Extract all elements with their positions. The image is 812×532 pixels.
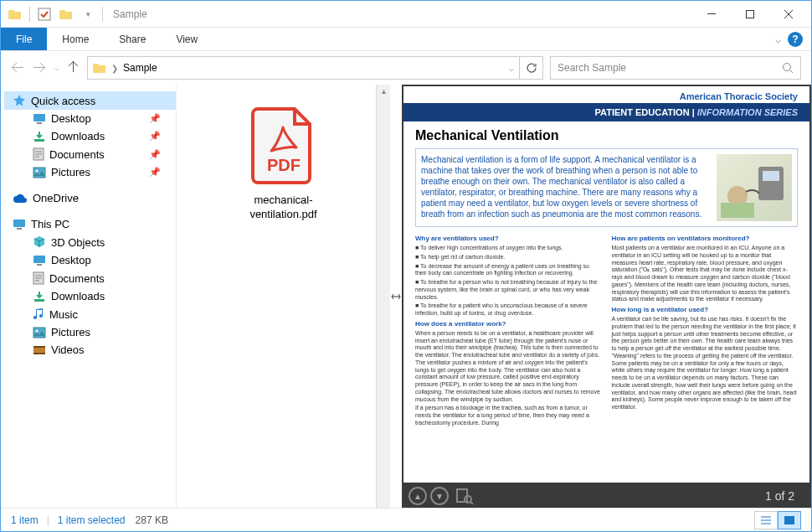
nav-videos[interactable]: Videos (4, 341, 176, 359)
preview-toolbar: ▲ ▼ 1 of 2 (402, 484, 811, 508)
file-list[interactable]: ▴ PDF mechanical-ventilation.pdf (177, 85, 390, 508)
navigation-pane[interactable]: Quick access Desktop 📌 Downloads 📌 Docum… (1, 85, 177, 508)
search-input[interactable]: Search Sample (550, 56, 801, 80)
nav-quick-access[interactable]: Quick access (4, 91, 176, 110)
svg-point-9 (36, 169, 39, 172)
nav-downloads[interactable]: Downloads 📌 (4, 127, 176, 145)
preview-resize-handle[interactable] (390, 85, 402, 508)
nav-label: Pictures (51, 326, 90, 338)
nav-label: Downloads (51, 130, 105, 142)
doc-intro: Mechanical ventilation is a form of life… (415, 148, 798, 227)
svg-rect-11 (17, 228, 22, 230)
nav-label: This PC (31, 218, 69, 230)
preview-page-indicator: 1 of 2 (765, 489, 804, 503)
cloud-icon (13, 194, 28, 204)
pin-icon: 📌 (149, 149, 172, 160)
svg-rect-23 (763, 171, 779, 181)
back-button[interactable]: 🡠 (11, 60, 24, 75)
nav-documents[interactable]: Documents 📌 (4, 145, 176, 163)
forward-button[interactable]: 🡢 (33, 60, 46, 75)
nav-label: Desktop (51, 112, 91, 125)
breadcrumb-segment[interactable]: Sample (123, 62, 157, 74)
help-button[interactable]: ? (788, 32, 803, 47)
nav-3d-objects[interactable]: 3D Objects (4, 233, 176, 251)
svg-rect-2 (747, 10, 754, 18)
close-button[interactable] (769, 2, 808, 27)
nav-documents-pc[interactable]: Documents (4, 269, 176, 287)
nav-label: Music (49, 308, 78, 321)
doc-series-band: PATIENT EDUCATION | INFORMATION SERIES (403, 103, 809, 121)
svg-rect-1 (707, 13, 716, 14)
svg-rect-8 (33, 168, 45, 178)
view-thumbnails-button[interactable] (778, 511, 801, 529)
documents-icon (33, 147, 44, 161)
main-area: Quick access Desktop 📌 Downloads 📌 Docum… (1, 85, 811, 508)
nav-desktop[interactable]: Desktop 📌 (4, 110, 176, 127)
window-titlebar: ▾ Sample (1, 1, 811, 28)
status-selected-count: 1 item selected (58, 514, 126, 526)
nav-label: Quick access (31, 95, 95, 107)
tab-view[interactable]: View (161, 28, 213, 50)
nav-desktop-pc[interactable]: Desktop (4, 251, 176, 269)
svg-rect-16 (33, 328, 45, 338)
nav-onedrive[interactable]: OneDrive (4, 189, 176, 207)
preview-zoom-button[interactable] (455, 488, 474, 504)
recent-dropdown[interactable]: ⌵ (54, 64, 59, 72)
folder-icon[interactable] (59, 7, 74, 22)
window-title: Sample (113, 8, 147, 20)
tab-share[interactable]: Share (104, 28, 161, 50)
pdf-file-icon: PDF (246, 103, 321, 187)
svg-point-17 (36, 329, 39, 332)
status-bar: 1 item | 1 item selected 287 KB (1, 508, 811, 531)
nav-label: Documents (49, 272, 105, 285)
chevron-right-icon[interactable]: ❯ (111, 64, 118, 73)
address-bar[interactable]: ❯ Sample ⌵ (87, 56, 520, 80)
tab-file[interactable]: File (1, 28, 47, 50)
nav-this-pc[interactable]: This PC (4, 215, 176, 233)
nav-music[interactable]: Music (4, 305, 176, 323)
nav-pictures-pc[interactable]: Pictures (4, 323, 176, 341)
status-item-count: 1 item (11, 514, 39, 526)
view-details-button[interactable] (754, 511, 778, 529)
nav-pictures[interactable]: Pictures 📌 (4, 163, 176, 181)
file-item[interactable]: PDF mechanical-ventilation.pdf (225, 103, 342, 222)
search-placeholder: Search Sample (558, 62, 626, 74)
svg-rect-5 (37, 122, 42, 124)
downloads-icon (33, 291, 46, 302)
up-button[interactable]: 🡡 (67, 60, 80, 75)
pin-icon: 📌 (149, 131, 172, 142)
nav-label: Desktop (51, 254, 91, 266)
preview-prev-button[interactable]: ▲ (409, 487, 427, 505)
maximize-button[interactable] (731, 2, 769, 27)
pictures-icon (33, 167, 46, 178)
nav-label: OneDrive (33, 192, 79, 204)
pictures-icon (33, 327, 46, 338)
svg-rect-15 (34, 299, 44, 302)
doc-society: American Thoracic Society (403, 86, 809, 103)
cube-icon (33, 235, 46, 249)
svg-rect-13 (37, 264, 42, 266)
svg-rect-0 (39, 8, 50, 20)
preview-document[interactable]: American Thoracic Society PATIENT EDUCAT… (403, 86, 809, 483)
folder-icon (93, 62, 106, 74)
music-icon (33, 307, 44, 321)
checkbox-icon[interactable] (37, 7, 52, 22)
nav-downloads-pc[interactable]: Downloads (4, 287, 176, 305)
ribbon-expand-icon[interactable]: ⌵ (775, 34, 781, 45)
svg-rect-20 (33, 353, 45, 354)
svg-rect-26 (457, 489, 467, 502)
doc-illustration (717, 154, 792, 221)
status-size: 287 KB (136, 514, 168, 526)
svg-text:PDF: PDF (267, 156, 301, 174)
tab-home[interactable]: Home (47, 28, 104, 50)
desktop-icon (33, 255, 46, 266)
preview-next-button[interactable]: ▼ (430, 487, 449, 505)
scrollbar[interactable]: ▴ (376, 85, 390, 508)
nav-label: Pictures (51, 166, 90, 178)
qat-dropdown-icon[interactable]: ▾ (80, 7, 95, 22)
doc-title: Mechanical Ventilation (415, 128, 798, 143)
minimize-button[interactable] (692, 2, 731, 27)
address-dropdown-icon[interactable]: ⌵ (509, 64, 514, 73)
refresh-button[interactable] (520, 56, 543, 80)
svg-rect-6 (34, 139, 44, 142)
